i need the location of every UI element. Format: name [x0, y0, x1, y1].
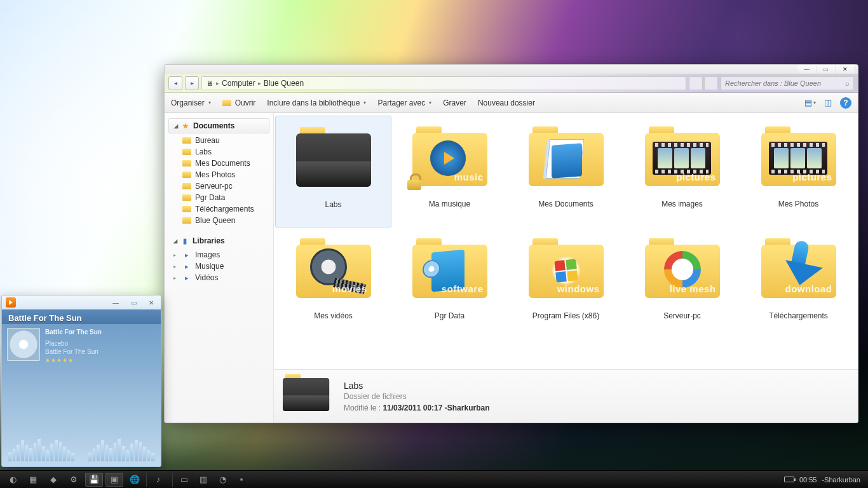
player-minimize-button[interactable]: —	[110, 299, 121, 306]
folder-icon: live mesh	[642, 236, 723, 306]
libraries-group[interactable]: ◢ ▮ Libraries	[168, 234, 269, 248]
now-playing-title: Battle For The Sun	[2, 309, 161, 324]
star-icon: ★	[181, 121, 190, 130]
folder-icon	[182, 205, 191, 214]
clock-time: 00:55	[799, 476, 817, 484]
sidebar-item-label: Mes Photos	[195, 170, 235, 179]
folder-item[interactable]: softwarePgr Data	[391, 227, 508, 339]
sidebar-item-blue-queen[interactable]: Blue Queen	[165, 215, 273, 226]
libraries-icon: ▮	[180, 236, 189, 245]
title-bar[interactable]: — ▭ ✕	[165, 65, 858, 74]
view-menu[interactable]: ▤ ▾	[804, 97, 816, 109]
sidebar-item-label: Vidéos	[195, 273, 218, 282]
folder-item[interactable]: downloadTéléchargements	[740, 227, 857, 339]
folder-label: Mes images	[661, 200, 703, 208]
taskbar-app-button[interactable]: ⚙	[65, 473, 83, 487]
sidebar-item-téléchargements[interactable]: Téléchargements	[165, 203, 273, 215]
back-button[interactable]: ◂	[168, 76, 182, 90]
folder-label: Serveur-pc	[663, 311, 701, 320]
nouveau-dossier-button[interactable]: Nouveau dossier	[478, 98, 535, 107]
sidebar-item-label: Téléchargements	[195, 205, 254, 214]
preview-pane-button[interactable]: ◫	[822, 97, 834, 109]
computer-icon: 🖥	[205, 79, 214, 88]
folder-item[interactable]: live meshServeur-pc	[624, 227, 740, 339]
player-title-bar[interactable]: — ▭ ✕	[2, 295, 161, 309]
folder-label: Téléchargements	[769, 311, 828, 320]
refresh-button[interactable]	[704, 76, 718, 90]
documents-group[interactable]: ◢ ★ Documents	[168, 118, 269, 133]
items-view: LabsmusicMa musiqueMes Documentspictures…	[274, 113, 858, 369]
details-subtitle: Dossier de fichiers	[344, 392, 489, 401]
sidebar-item-vidéos[interactable]: ▸▸Vidéos	[165, 272, 273, 283]
library-icon: ▸	[182, 262, 191, 271]
folder-icon: windows	[526, 236, 607, 306]
folder-icon: pictures	[642, 125, 723, 194]
search-placeholder: Rechercher dans : Blue Queen	[725, 79, 821, 87]
folder-item[interactable]: Labs	[275, 116, 391, 227]
folder-item[interactable]: windowsProgram Files (x86)	[508, 227, 624, 339]
folder-item[interactable]: musicMa musique	[391, 116, 508, 227]
taskbar-save-icon[interactable]: 💾	[85, 473, 103, 487]
taskbar-app-button[interactable]: ▭	[175, 473, 193, 487]
taskbar-app-button[interactable]: ▪	[233, 473, 250, 487]
taskbar-music-button[interactable]: ♪	[149, 473, 167, 487]
close-button[interactable]: ✕	[835, 65, 854, 74]
breadcrumb[interactable]: 🖥 ▸ Computer ▸ Blue Queen	[201, 76, 686, 90]
maximize-button[interactable]: ▭	[816, 65, 835, 74]
clock-user: -Sharkurban	[822, 476, 860, 484]
player-maximize-button[interactable]: ▭	[128, 299, 139, 306]
system-tray[interactable]: 00:55 -Sharkurban	[784, 476, 864, 484]
taskbar-app-button[interactable]: ◆	[44, 473, 62, 487]
graver-button[interactable]: Graver	[443, 98, 466, 107]
help-button[interactable]: ?	[840, 97, 851, 109]
sidebar-item-label: Blue Queen	[195, 216, 235, 225]
explorer-window: — ▭ ✕ ◂ ▸ 🖥 ▸ Computer ▸ Blue Queen Rech…	[164, 64, 858, 423]
sidebar-item-labs[interactable]: Labs	[165, 146, 273, 158]
inclure-menu[interactable]: Inclure dans la bibliothèque▾	[267, 98, 366, 107]
library-icon: ▸	[182, 250, 191, 259]
sidebar-item-label: Musique	[195, 262, 224, 271]
rating-stars[interactable]: ★★★★★	[45, 356, 102, 364]
breadcrumb-seg[interactable]: Computer	[222, 79, 255, 88]
taskbar-app-button[interactable]: ◔	[214, 473, 231, 487]
partager-menu[interactable]: Partager avec▾	[377, 98, 431, 107]
folder-icon	[182, 193, 191, 202]
sidebar-item-musique[interactable]: ▸▸Musique	[165, 261, 273, 272]
folder-icon: music	[409, 125, 491, 194]
folder-icon	[182, 147, 191, 156]
address-row: ◂ ▸ 🖥 ▸ Computer ▸ Blue Queen Rechercher…	[165, 74, 858, 93]
folder-icon	[182, 216, 191, 225]
minimize-button[interactable]: —	[797, 65, 816, 74]
sidebar-item-mes-photos[interactable]: Mes Photos	[165, 169, 273, 180]
player-close-button[interactable]: ✕	[146, 299, 157, 306]
dropdown-history-button[interactable]	[689, 76, 703, 90]
search-input[interactable]: Rechercher dans : Blue Queen ⌕	[721, 76, 854, 90]
navigation-pane: ◢ ★ Documents BureauLabsMes DocumentsMes…	[165, 113, 274, 423]
player-body: Battle For The Sun Placebo Battle For Th…	[2, 324, 161, 466]
taskbar-app-button[interactable]: ▦	[24, 473, 42, 487]
taskbar-browser-button[interactable]: 🌐	[126, 473, 144, 487]
taskbar-explorer-button[interactable]: ▣	[105, 473, 123, 487]
organiser-menu[interactable]: Organiser▾	[171, 98, 211, 107]
start-button[interactable]: ◐	[4, 473, 22, 487]
sidebar-item-serveur-pc[interactable]: Serveur-pc	[165, 180, 273, 192]
ouvrir-button[interactable]: Ouvrir	[222, 98, 256, 107]
folder-item[interactable]: moviesMes vidéos	[275, 227, 391, 339]
sidebar-item-images[interactable]: ▸▸Images	[165, 249, 273, 261]
sidebar-item-pgr-data[interactable]: Pgr Data	[165, 192, 273, 203]
sidebar-item-bureau[interactable]: Bureau	[165, 135, 273, 146]
track-name: Battle For The Sun	[45, 328, 102, 337]
folder-item[interactable]: picturesMes Photos	[740, 116, 857, 227]
expand-icon: ◢	[173, 238, 177, 244]
taskbar-app-button[interactable]: ▥	[194, 473, 212, 487]
forward-button[interactable]: ▸	[185, 76, 199, 90]
folder-label: Mes Documents	[538, 200, 593, 208]
media-player-window: — ▭ ✕ Battle For The Sun Battle For The …	[1, 295, 161, 467]
sidebar-item-mes-documents[interactable]: Mes Documents	[165, 158, 273, 169]
folder-item[interactable]: picturesMes images	[624, 116, 740, 227]
folder-label: Mes vidéos	[314, 311, 353, 320]
artist-name: Placebo	[45, 339, 102, 348]
breadcrumb-seg[interactable]: Blue Queen	[264, 79, 304, 88]
folder-item[interactable]: Mes Documents	[508, 116, 624, 227]
expand-icon: ◢	[174, 123, 178, 129]
